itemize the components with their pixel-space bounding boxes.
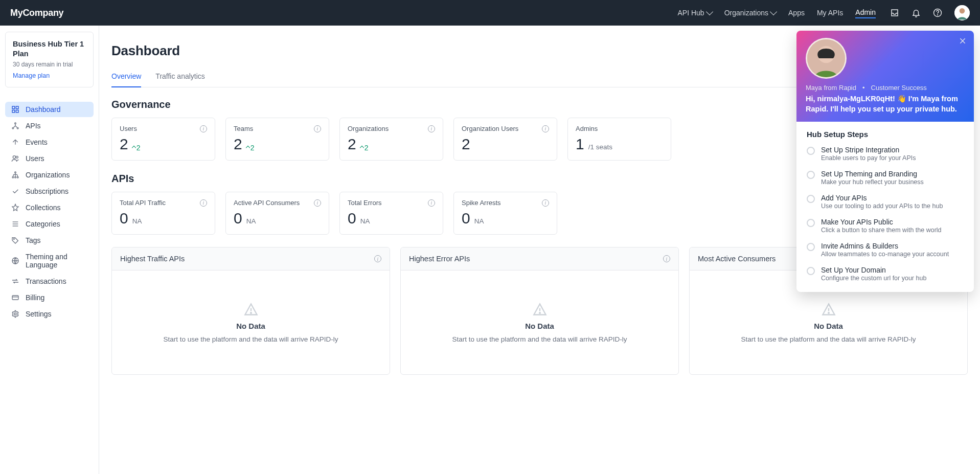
card-value: 0	[462, 210, 470, 227]
close-icon[interactable]	[959, 37, 967, 47]
sidebar-item-categories[interactable]: Categories	[5, 216, 94, 232]
step-title: Make Your APIs Public	[821, 218, 942, 226]
sidebar-item-label: Transactions	[26, 277, 66, 285]
setup-step-invite[interactable]: Invite Admins & Builders Allow teammates…	[807, 242, 964, 258]
info-icon[interactable]: i	[542, 125, 549, 132]
sidebar: Business Hub Tier 1 Plan 30 days remain …	[0, 26, 99, 474]
card-label: Total Errors	[348, 199, 381, 207]
setup-step-public[interactable]: Make Your APIs Public Click a button to …	[807, 218, 964, 234]
info-icon[interactable]: i	[374, 255, 381, 262]
step-title: Set Up Stripe Integration	[821, 146, 916, 154]
sidebar-item-billing[interactable]: Billing	[5, 290, 94, 305]
sidebar-item-label: Billing	[26, 294, 44, 302]
sidebar-item-organizations[interactable]: Organizations	[5, 167, 94, 183]
help-icon[interactable]	[933, 8, 942, 17]
card-sub: NA	[246, 217, 256, 225]
card-label: Organization Users	[462, 125, 518, 132]
manage-plan-link[interactable]: Manage plan	[13, 72, 50, 79]
card-sub: NA	[360, 217, 370, 225]
inbox-icon[interactable]	[890, 8, 899, 17]
sidebar-item-label: Collections	[26, 204, 60, 212]
step-bullet-icon	[807, 171, 815, 179]
nav-my-apis[interactable]: My APIs	[817, 9, 843, 17]
info-icon[interactable]: i	[200, 125, 207, 132]
svg-point-24	[14, 313, 16, 315]
info-icon[interactable]: i	[542, 199, 549, 207]
card-delta: 2	[360, 144, 369, 152]
onboarding-panel: Maya from Rapid Customer Success Hi, nir…	[796, 31, 974, 292]
info-icon[interactable]: i	[663, 255, 670, 262]
info-icon[interactable]: i	[428, 199, 435, 207]
transactions-icon	[11, 277, 19, 285]
sidebar-item-events[interactable]: Events	[5, 134, 94, 150]
step-sub: Configure the custom url for your hub	[821, 275, 926, 282]
sidebar-item-theming[interactable]: Theming and Language	[5, 249, 94, 273]
users-icon	[11, 154, 19, 163]
card-sub: NA	[132, 217, 142, 225]
step-bullet-icon	[807, 147, 815, 155]
setup-step-add-apis[interactable]: Add Your APIs Use our tooling to add you…	[807, 194, 964, 210]
tab-overview[interactable]: Overview	[111, 72, 141, 87]
nav-apps[interactable]: Apps	[788, 9, 805, 17]
panel-title: Highest Error APIs	[409, 255, 470, 263]
step-title: Set Up Theming and Branding	[821, 170, 924, 178]
step-title: Invite Admins & Builders	[821, 242, 949, 250]
panel-no-data: No Data	[236, 322, 265, 330]
tab-traffic-analytics[interactable]: Traffic analytics	[155, 72, 204, 87]
sidebar-item-apis[interactable]: APIs	[5, 118, 94, 133]
sidebar-item-tags[interactable]: Tags	[5, 233, 94, 248]
sidebar-item-subscriptions[interactable]: Subscriptions	[5, 184, 94, 199]
step-sub: Make your hub reflect your business	[821, 178, 924, 186]
card-org-users: Organization Users i 2	[453, 118, 557, 161]
setup-step-stripe[interactable]: Set Up Stripe Integration Enable users t…	[807, 146, 964, 162]
nav-organizations-label: Organizations	[724, 9, 768, 17]
step-sub: Enable users to pay for your APIs	[821, 154, 916, 162]
svg-point-20	[13, 238, 14, 239]
nav-admin[interactable]: Admin	[855, 8, 876, 18]
user-avatar[interactable]	[954, 5, 970, 20]
card-label: Organizations	[348, 125, 389, 132]
step-sub: Use our tooling to add your APIs to the …	[821, 202, 943, 210]
setup-step-domain[interactable]: Set Up Your Domain Configure the custom …	[807, 266, 964, 282]
panel-no-data-sub: Start to use the platform and the data w…	[452, 335, 627, 343]
step-sub: Click a button to share them with the wo…	[821, 227, 942, 234]
tags-icon	[11, 236, 19, 244]
card-delta: 2	[132, 144, 141, 152]
info-icon[interactable]: i	[314, 125, 321, 132]
categories-icon	[11, 220, 19, 228]
card-admins: Admins 1 /1 seats	[567, 118, 671, 161]
card-value: 0	[120, 210, 128, 227]
setup-step-theming[interactable]: Set Up Theming and Branding Make your hu…	[807, 170, 964, 186]
info-icon[interactable]: i	[200, 199, 207, 207]
panel-no-data: No Data	[814, 322, 843, 330]
panel-highest-error: Highest Error APIs i No Data Start to us…	[400, 247, 679, 375]
svg-point-8	[15, 123, 16, 124]
svg-point-10	[17, 127, 18, 129]
card-spike-arrests: Spike Arrests i 0 NA	[453, 192, 557, 235]
svg-rect-6	[12, 110, 15, 112]
panel-title: Highest Traffic APIs	[120, 255, 185, 263]
brand: MyCompany	[10, 8, 63, 18]
sidebar-item-collections[interactable]: Collections	[5, 200, 94, 215]
sidebar-item-label: Categories	[26, 220, 60, 228]
nav-organizations[interactable]: Organizations	[724, 9, 776, 17]
bell-icon[interactable]	[911, 8, 921, 17]
nav-api-hub[interactable]: API Hub	[678, 9, 712, 17]
setup-title: Hub Setup Steps	[807, 130, 964, 139]
sidebar-item-users[interactable]: Users	[5, 151, 94, 166]
card-label: Spike Arrests	[462, 199, 501, 207]
sidebar-item-transactions[interactable]: Transactions	[5, 274, 94, 289]
gear-icon	[11, 310, 19, 318]
step-sub: Allow teammates to co-manage your accoun…	[821, 251, 949, 258]
sidebar-item-settings[interactable]: Settings	[5, 306, 94, 322]
info-icon[interactable]: i	[314, 199, 321, 207]
panel-no-data-sub: Start to use the platform and the data w…	[163, 335, 338, 343]
sidebar-item-label: Subscriptions	[26, 187, 69, 195]
dashboard-icon	[11, 105, 19, 114]
sidebar-item-dashboard[interactable]: Dashboard	[5, 102, 94, 117]
header-icons	[890, 5, 970, 20]
svg-rect-5	[16, 106, 18, 109]
step-title: Set Up Your Domain	[821, 266, 926, 274]
svg-point-13	[15, 172, 16, 173]
info-icon[interactable]: i	[428, 125, 435, 132]
